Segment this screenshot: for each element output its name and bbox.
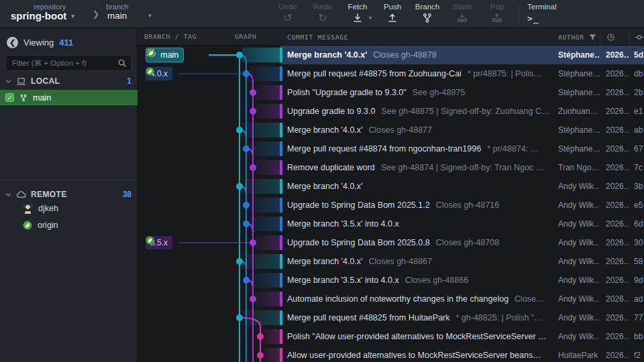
commit-row[interactable]: Upgrade to Spring Data Bom 2025.1.2Close… (280, 196, 644, 215)
chevron-down-icon: ▾ (148, 12, 152, 19)
commit-sha: 7c (629, 163, 644, 172)
clock-icon (606, 33, 615, 42)
redo-icon: ↻ (318, 12, 327, 24)
commit-node (257, 333, 264, 340)
commit-author: Stéphane… (558, 88, 600, 97)
commit-message: Upgrade to Spring Data Bom 2025.0.8Close… (282, 238, 558, 247)
viewing-label: Viewing (23, 38, 54, 48)
local-section-header[interactable]: LOCAL 1 (5, 74, 131, 88)
commit-author: Stéphane… (558, 50, 600, 60)
commit-message: Polish "Allow user-provided alternatives… (282, 332, 558, 341)
commit-row[interactable]: Merge branch '4.0.x'Closes gh-48877Stéph… (280, 121, 644, 139)
commit-row[interactable]: Merge pull request #48825 from HuitaePar… (280, 308, 644, 327)
commit-row[interactable]: Upgrade to Spring Data Bom 2025.0.8Close… (280, 233, 644, 252)
cloud-icon (16, 190, 26, 198)
commit-row[interactable]: Allow user-provided alternatives to Mock… (280, 346, 644, 362)
redo-button[interactable]: Redo ↻ (305, 0, 340, 28)
commit-author: Andy Wilk… (558, 182, 600, 191)
viewing-count: 411 (59, 38, 73, 48)
fetch-dropdown-caret[interactable]: ▾ (369, 15, 372, 21)
back-icon[interactable]: ❮ (7, 37, 18, 48)
sidebar-item-main[interactable]: ✓ main (0, 90, 138, 105)
branch-label-main[interactable]: ✓ main (146, 48, 184, 62)
commit-author: Stéphane… (558, 125, 600, 135)
filter-input[interactable] (5, 55, 131, 71)
commit-row[interactable]: Merge branch '4.0.x'Closes gh-48878Stéph… (280, 46, 644, 64)
commit-date: 2026… (600, 69, 629, 78)
remote-section-header[interactable]: REMOTE 38 (5, 188, 131, 201)
chevron-down-icon (5, 78, 11, 84)
commit-message: Merge pull request #48874 from ngocnhan-… (282, 144, 558, 154)
chevron-down-icon: ▾ (71, 13, 74, 19)
column-author: AUTHOR (558, 28, 600, 46)
commit-date: 2026… (600, 313, 629, 322)
commit-row[interactable]: Merge branch '3.5.x' into 4.0.xCloses gh… (280, 271, 644, 290)
commit-message: Allow user-provided alternatives to Mock… (282, 351, 558, 360)
commit-row[interactable]: Merge pull request #48875 from Zuohuang-… (280, 64, 644, 83)
commit-row[interactable]: Merge branch '4.0.x'Closes gh-48867Andy … (280, 252, 644, 271)
checkbox-checked-icon[interactable]: ✓ (5, 93, 14, 102)
commit-date: 2026… (600, 200, 629, 210)
commit-row[interactable]: Polish "Upgrade gradle to 9.3.0"See gh-4… (280, 83, 644, 102)
branch-button[interactable]: Branch (410, 0, 445, 28)
commit-node (250, 89, 256, 96)
commit-message: Merge branch '4.0.x'Closes gh-48867 (282, 257, 558, 266)
commit-row[interactable]: Automate inclusion of noteworthy changes… (280, 290, 644, 308)
commit-date: 2026… (600, 238, 629, 247)
terminal-button[interactable]: Terminal >_ (526, 0, 561, 28)
remote-item-djkeh[interactable]: djkeh (23, 201, 58, 216)
commit-node (257, 352, 264, 359)
push-icon (387, 12, 398, 24)
commit-row[interactable]: Upgrade gradle to 9.3.0See gh-48875 | Si… (280, 102, 644, 121)
commit-row[interactable]: Merge pull request #48874 from ngocnhan-… (280, 139, 644, 158)
commit-sha: e1 (629, 107, 644, 116)
commit-date: 2026… (600, 294, 629, 304)
commit-message: Upgrade to Spring Data Bom 2025.1.2Close… (282, 200, 558, 210)
filter-funnel-icon[interactable] (588, 33, 597, 42)
fetch-button[interactable]: Fetch ▾ (340, 0, 375, 28)
remote-item-origin[interactable]: origin (23, 218, 58, 233)
push-button[interactable]: Push (375, 0, 410, 28)
commit-node (250, 296, 256, 302)
commit-author: Andy Wilk… (558, 313, 600, 322)
commit-sha: 5d (629, 50, 644, 60)
commit-message: Merge branch '4.0.x'Closes gh-48878 (282, 50, 558, 60)
commit-date: 2026… (600, 276, 629, 285)
commit-author: Tran Ngo… (558, 163, 600, 172)
terminal-icon: >_ (527, 12, 539, 24)
commit-date: 2026… (600, 88, 629, 97)
pop-button[interactable]: Pop (480, 0, 515, 28)
commit-node (236, 314, 243, 321)
commit-date: 2026… (600, 50, 629, 60)
branch-label-3-5-x[interactable]: 3.5.x (146, 236, 172, 249)
search-icon (117, 58, 127, 68)
commit-sha: e5 (629, 200, 644, 210)
commit-date: 2026… (600, 107, 629, 116)
commit-icon (635, 33, 644, 42)
commit-message: Merge branch '3.5.x' into 4.0.x (282, 219, 558, 229)
remote-section-label: REMOTE (31, 190, 67, 199)
commit-message: Merge branch '4.0.x'Closes gh-48877 (282, 125, 558, 135)
commit-author: Andy Wilk… (558, 276, 600, 285)
stash-button[interactable]: Stash (445, 0, 480, 28)
commit-date: 2026… (600, 163, 629, 172)
commit-row[interactable]: Merge branch '3.5.x' into 4.0.xAndy Wilk… (280, 215, 644, 233)
commit-sha: ab (629, 125, 644, 135)
commit-author: Andy Wilk… (558, 238, 600, 247)
commit-row[interactable]: Remove duplicate wordSee gh-48874 | Sign… (280, 158, 644, 177)
repository-selector[interactable]: spring-boot▾ (11, 10, 74, 21)
commit-row[interactable]: Merge branch '4.0.x'Andy Wilk…2026…3b (280, 177, 644, 196)
spring-leaf-icon (23, 221, 32, 230)
undo-button[interactable]: Undo ↺ (270, 0, 305, 28)
commit-author: HuitaePark (558, 351, 600, 360)
commit-node (243, 202, 250, 208)
commit-message: Upgrade gradle to 9.3.0See gh-48875 | Si… (282, 107, 558, 116)
avatar (23, 204, 33, 214)
commit-list-viewport[interactable]: ✓ main 4.0.x 3.5.x Merge branch '4.0.x'C… (138, 46, 644, 362)
commit-row[interactable]: Polish "Allow user-provided alternatives… (280, 327, 644, 346)
commit-message: Remove duplicate wordSee gh-48874 | Sign… (282, 163, 558, 172)
commit-author: Andy Wilk… (558, 200, 600, 210)
branch-label-4-0-x[interactable]: 4.0.x (146, 67, 172, 80)
branch-selector[interactable]: main▾ (107, 11, 152, 21)
commit-sha: 77 (629, 313, 644, 322)
